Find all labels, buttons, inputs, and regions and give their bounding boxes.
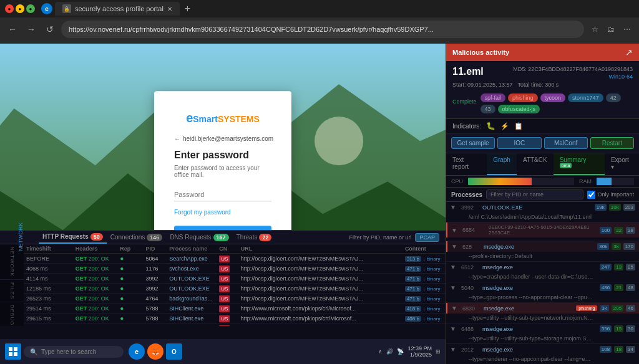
badge-tycoon[interactable]: tycoon xyxy=(540,93,566,102)
malconf-button[interactable]: MalConf xyxy=(544,137,588,149)
list-item[interactable]: ▼ 5040 msedge.exe 486 21 48 --type=gpu-p… xyxy=(446,282,639,303)
table-row[interactable]: 12186 ms GET 200: OK ● 3992 OUTLOOK.EXE … xyxy=(24,284,446,294)
settings-icon[interactable]: ⋯ xyxy=(620,22,634,36)
table-row[interactable]: 4114 ms GET 200: OK ● 3992 OUTLOOK.EXE U… xyxy=(24,274,446,284)
cell-cn: US xyxy=(217,274,238,284)
badge-storm[interactable]: storm1747 xyxy=(568,93,603,102)
badge-phishing[interactable]: phishing xyxy=(508,93,538,102)
taskbar-app-edge[interactable]: e xyxy=(129,343,145,360)
login-subtitle: Enter password to access your office mai… xyxy=(174,165,271,178)
window-min-button[interactable]: ● xyxy=(16,4,24,13)
process-row[interactable]: ▼ 6488 msedge.exe 356 15 30 xyxy=(446,323,639,334)
tab-close-button[interactable]: ✕ xyxy=(167,6,172,12)
cell-url[interactable]: http://ocsp.digicert.com/MFEwTzBNMEswSTA… xyxy=(238,284,402,294)
cell-method: GET 200: OK xyxy=(73,304,118,314)
process-pid: 6512 xyxy=(461,264,480,271)
table-row[interactable]: 26523 ms GET 200: OK ● 4764 backgroundTa… xyxy=(24,294,446,304)
connections-tab[interactable]: Connections 146 xyxy=(107,231,167,244)
list-item[interactable]: ▼ 2012 msedge.exe 108 18 34 --type=rende… xyxy=(446,344,639,364)
nav-back-button[interactable]: ← xyxy=(5,22,20,37)
restart-button[interactable]: Restart xyxy=(590,137,634,149)
threats-tab[interactable]: Threats 22 xyxy=(233,231,276,244)
address-bar[interactable] xyxy=(61,21,584,38)
badge-42[interactable]: 42 xyxy=(606,93,621,102)
only-important-checkbox[interactable] xyxy=(587,191,595,199)
list-item[interactable]: ▼ 6512 msedge.exe 247 13 25 --type=crash… xyxy=(446,262,639,282)
list-item[interactable]: ▼ 6488 msedge.exe 356 15 30 --type=utili… xyxy=(446,323,639,344)
password-input[interactable] xyxy=(174,188,271,201)
attck-tab[interactable]: ATT&CK xyxy=(517,153,554,175)
badge-spf[interactable]: spf-fail xyxy=(480,93,506,102)
process-row[interactable]: ▼ 6830 msedge.exe phishing 3k 205 46 xyxy=(446,303,639,314)
nav-refresh-button[interactable]: ↺ xyxy=(42,22,57,37)
process-row[interactable]: ▼ 6684 ai.exe 0EB0CF99-8210-4A75-9015-34… xyxy=(446,223,639,237)
cell-url[interactable]: http://ocsp.digicert.com/MFEwTzBNMEswSTA… xyxy=(238,254,402,264)
table-row[interactable]: 29514 ms GET 200: OK ● 5788 SIHClient.ex… xyxy=(24,304,446,314)
process-name: msedge.exe xyxy=(482,285,597,291)
cell-url[interactable]: http://ocsp.digicert.com/MFEwTzBNMEswSTA… xyxy=(238,294,402,304)
star-icon[interactable]: ☆ xyxy=(588,22,602,36)
active-tab[interactable]: 🔒 securely access profile portal ✕ xyxy=(55,2,180,16)
process-filter-input[interactable] xyxy=(486,189,583,199)
expand-icon[interactable]: ▼ xyxy=(450,264,459,271)
cell-url[interactable]: http://ocsp.digicert.com/MFEwTzBNMEswSTA… xyxy=(238,264,402,274)
bug-icon[interactable]: 🐛 xyxy=(486,122,495,130)
text-report-tab[interactable]: Text report xyxy=(446,153,487,175)
start-button[interactable] xyxy=(5,343,21,360)
list-item[interactable]: ▼ 6830 msedge.exe phishing 3k 205 46 --t… xyxy=(446,303,639,323)
taskbar-right: ∧ 🔊 📡 12:39 PM 1/9/2025 ⊞ xyxy=(378,345,441,358)
indicators-bar: Indicators: 🐛 ⚡ 📋 xyxy=(446,119,639,133)
dns-tab[interactable]: DNS Requests 167 xyxy=(166,231,232,244)
table-row[interactable]: 93677 ms HEAD 200: OK ● 7884 svchost.exe… xyxy=(24,323,446,327)
taskbar-search[interactable]: 🔍 Type here to search xyxy=(24,346,124,358)
list-item[interactable]: ▼ 628 msedge.exe 30k 3k 170 --profile-di… xyxy=(446,241,639,262)
table-row[interactable]: 29615 ms GET 200: OK ● 5788 SIHClient.ex… xyxy=(24,314,446,323)
taskbar-app-outlook[interactable]: O xyxy=(166,343,182,360)
cell-url[interactable]: http://www.microsoft.com/pkiops/crl/Micr… xyxy=(238,304,402,314)
total-time: Total time: 300 s xyxy=(518,82,559,88)
graph-tab[interactable]: Graph xyxy=(487,153,517,175)
process-row[interactable]: ▼ 5040 msedge.exe 486 21 48 xyxy=(446,282,639,293)
ioc-button[interactable]: IOC xyxy=(497,137,541,149)
share-icon[interactable]: ↗ xyxy=(625,47,633,57)
window-close-button[interactable]: ● xyxy=(5,4,14,13)
export-tab[interactable]: Export ▾ xyxy=(605,153,639,175)
stat-file: 22 xyxy=(614,227,623,234)
expand-icon[interactable]: ▼ xyxy=(450,346,459,353)
expand-icon[interactable]: ▼ xyxy=(451,243,460,250)
expand-icon[interactable]: ▼ xyxy=(450,204,459,211)
cell-url[interactable]: http://www.microsoft.com/pkiops/crt/Micr… xyxy=(238,314,402,323)
process-row[interactable]: ▼ 628 msedge.exe 30k 3k 170 xyxy=(446,241,639,252)
nav-forward-button[interactable]: → xyxy=(24,22,39,37)
expand-icon[interactable]: ▼ xyxy=(451,227,460,234)
expand-icon[interactable]: ▼ xyxy=(451,305,460,312)
table-row[interactable]: BEFORE GET 200: OK ● 5064 SearchApp.exe … xyxy=(24,254,446,264)
get-sample-button[interactable]: Get sample xyxy=(451,137,495,149)
new-tab-button[interactable]: + xyxy=(182,3,193,14)
expand-icon[interactable]: ▼ xyxy=(450,284,459,291)
list-item[interactable]: ▼ 3992 OUTLOOK.EXE 19k 10k 203 /eml C:\U… xyxy=(446,202,639,223)
http-tab[interactable]: HTTP Requests 50 xyxy=(39,231,107,244)
process-row[interactable]: ▼ 2012 msedge.exe 108 18 34 xyxy=(446,344,639,355)
table-row[interactable]: 4068 ms GET 200: OK ● 1176 svchost.exe U… xyxy=(24,264,446,274)
badge-obfuscated[interactable]: obfuscated-js xyxy=(498,105,540,113)
taskbar-app-firefox[interactable]: 🦊 xyxy=(147,343,163,360)
window-max-button[interactable]: ● xyxy=(26,4,35,13)
process-row[interactable]: ▼ 3992 OUTLOOK.EXE 19k 10k 203 xyxy=(446,202,639,213)
process-pid: 628 xyxy=(462,244,481,250)
pcap-button[interactable]: PCAP xyxy=(415,233,439,242)
list-item[interactable]: ▼ 6684 ai.exe 0EB0CF99-8210-4A75-9015-34… xyxy=(446,223,639,241)
only-important-toggle[interactable]: Only important xyxy=(587,191,634,199)
summary-tab[interactable]: Summary beta xyxy=(554,153,605,175)
network-indicator-icon[interactable]: ⚡ xyxy=(500,122,509,130)
expand-icon[interactable]: ▼ xyxy=(450,325,459,332)
badge-43[interactable]: 43 xyxy=(480,105,495,113)
process-row[interactable]: ▼ 6512 msedge.exe 247 13 25 xyxy=(446,262,639,272)
cell-url[interactable]: http://www.msftconnecttest.com/connectte… xyxy=(238,323,402,327)
cell-url[interactable]: http://ocsp.digicert.com/MFEwTzBNMEswSTA… xyxy=(238,274,402,284)
forgot-password-link[interactable]: Forgot my password xyxy=(174,209,271,216)
cell-pid: 5788 xyxy=(143,304,167,314)
copy-icon[interactable]: 📋 xyxy=(514,122,523,130)
collections-icon[interactable]: 🗂 xyxy=(604,22,618,36)
svg-rect-10 xyxy=(14,352,17,356)
